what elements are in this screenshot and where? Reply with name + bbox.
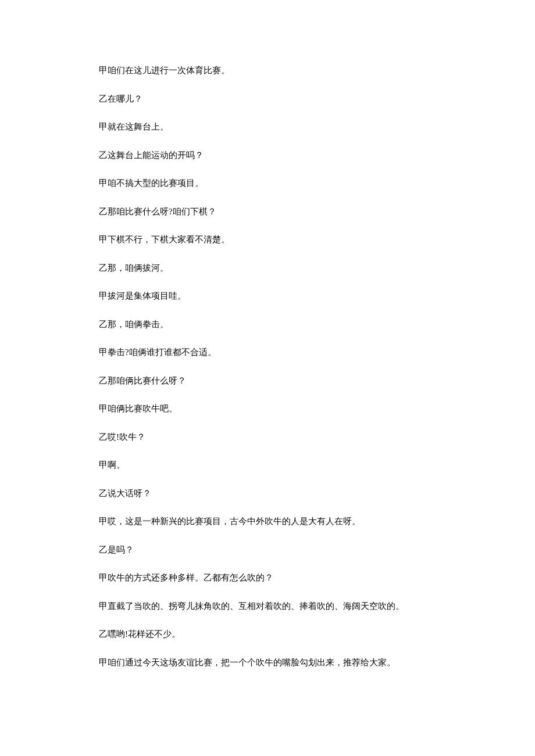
- dialogue-line: 甲咱俩比赛吹牛吧。: [99, 402, 436, 415]
- dialogue-line: 甲啊。: [99, 458, 436, 472]
- dialogue-line: 甲拔河是集体项目哇。: [99, 289, 436, 303]
- dialogue-line: 乙哎!吹牛？: [99, 431, 436, 444]
- dialogue-line: 乙那咱俩比赛什么呀？: [99, 374, 436, 388]
- dialogue-line: 乙说大话呀？: [99, 487, 436, 500]
- dialogue-line: 乙是吗？: [99, 543, 436, 557]
- dialogue-line: 甲就在这舞台上。: [99, 120, 436, 134]
- dialogue-line: 甲咱们在这儿进行一次体育比赛。: [99, 64, 436, 77]
- dialogue-line: 乙那，咱俩拳击。: [99, 318, 436, 331]
- dialogue-line: 甲哎，这是一种新兴的比赛项目，古今中外吹牛的人是大有人在呀。: [99, 515, 436, 528]
- dialogue-line: 甲下棋不行，下棋大家看不清楚。: [99, 233, 436, 246]
- dialogue-line: 乙嘿哟!花样还不少。: [99, 628, 436, 641]
- dialogue-line: 甲咱不搞大型的比赛项目。: [99, 177, 436, 190]
- dialogue-line: 乙在哪儿？: [99, 92, 436, 106]
- dialogue-line: 乙那咱比赛什么呀?咱们下棋？: [99, 205, 436, 218]
- dialogue-line: 甲咱们通过今天这场友谊比赛，把一个个吹牛的嘴脸勾划出来，推荐给大家。: [99, 656, 436, 669]
- dialogue-line: 乙这舞台上能运动的开吗？: [99, 149, 436, 162]
- dialogue-line: 甲吹牛的方式还多种多样。乙都有怎么吹的？: [99, 571, 436, 585]
- dialogue-line: 乙那，咱俩拔河。: [99, 261, 436, 275]
- dialogue-line: 甲直截了当吹的、拐弯儿抹角吹的、互相对着吹的、捧着吹的、海阔天空吹的。: [99, 600, 436, 613]
- dialogue-line: 甲拳击?咱俩谁打谁都不合适。: [99, 346, 436, 359]
- document-page: 甲咱们在这儿进行一次体育比赛。 乙在哪儿？ 甲就在这舞台上。 乙这舞台上能运动的…: [0, 0, 535, 730]
